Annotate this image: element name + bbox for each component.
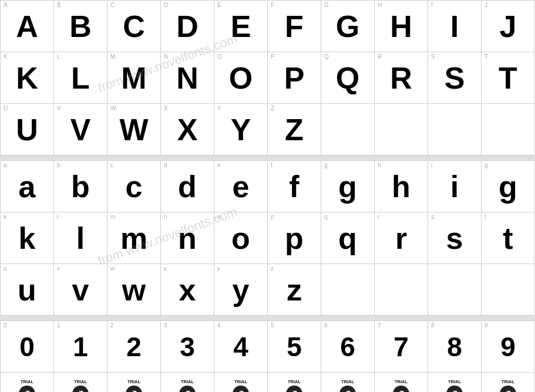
cell-label: K	[4, 54, 8, 60]
cell-character: s	[446, 223, 463, 254]
trial-cell: TRIALZONLYFULL VERSION ATZETAFONTS.COM	[321, 373, 375, 392]
cell-label: O	[217, 54, 222, 60]
cell-character: m	[120, 223, 147, 254]
cell-character: G	[336, 11, 359, 42]
trial-cell: TRIALZONLYFULL VERSION ATZETAFONTS.COM	[161, 373, 214, 392]
trial-cell: TRIALZONLYFULL VERSION ATZETAFONTS.COM	[54, 373, 107, 392]
cell-character: R	[390, 63, 412, 93]
uppercase-cell: PP	[268, 52, 321, 104]
cell-character: c	[126, 171, 143, 202]
cell-character: E	[231, 11, 251, 42]
cell-character: 2	[126, 333, 142, 360]
trial-badge-letter: Z	[238, 389, 243, 392]
trial-logo: TRIALZONLY	[72, 380, 89, 392]
uppercase-cell: TT	[482, 52, 535, 104]
cell-character: 6	[340, 333, 355, 360]
cell-label: 4	[217, 323, 221, 329]
cell-character: 4	[233, 333, 248, 360]
uppercase-grid: AABBCCDDEEFFGGHHIIJJKKLLMMNNOOPPQQRRSSTT…	[0, 0, 535, 156]
trial-label: TRIAL	[341, 380, 354, 384]
cell-label: F	[271, 2, 274, 8]
cell-label: q	[324, 214, 328, 220]
uppercase-cell: QQ	[321, 52, 375, 104]
trial-logo: TRIALZONLY	[393, 380, 409, 392]
trial-badge-letter: Z	[345, 389, 350, 392]
uppercase-cell: GG	[321, 1, 375, 52]
cell-label: 0	[4, 323, 7, 329]
uppercase-cell	[428, 104, 482, 156]
trial-logo: TRIALZONLY	[339, 380, 356, 392]
uppercase-cell: II	[428, 1, 482, 52]
cell-character: L	[71, 63, 90, 93]
cell-label: s	[431, 214, 434, 220]
lowercase-cell: kk	[1, 212, 54, 264]
cell-label: Y	[217, 106, 221, 111]
cell-label: g	[324, 163, 328, 168]
cell-label: e	[217, 163, 221, 168]
cell-label: p	[271, 214, 274, 220]
uppercase-cell: OO	[214, 52, 268, 104]
lowercase-cell: ll	[54, 212, 107, 264]
cell-label: i	[431, 163, 432, 168]
trial-badge-letter: Z	[506, 389, 510, 392]
lowercase-cell: mm	[107, 212, 161, 264]
uppercase-cell: BB	[54, 1, 107, 52]
lowercase-cell	[428, 264, 482, 316]
cell-character: u	[18, 275, 36, 305]
cell-character: p	[285, 223, 304, 254]
cell-label: c	[110, 163, 113, 168]
cell-label: G	[324, 2, 329, 8]
trial-label: TRIAL	[234, 380, 247, 384]
trial-logo: TRIALZONLY	[286, 380, 302, 392]
trial-cell: TRIALZONLYFULL VERSION ATZETAFONTS.COM	[268, 373, 321, 392]
lowercase-cell: cc	[107, 161, 161, 212]
cell-label: W	[110, 106, 116, 111]
number-cell: 22	[107, 321, 161, 373]
uppercase-cell: MM	[107, 52, 161, 104]
uppercase-cell: NN	[161, 52, 214, 104]
cell-character: Z	[285, 114, 304, 145]
cell-label: f	[271, 163, 272, 168]
cell-character: H	[390, 11, 412, 42]
cell-character: I	[450, 11, 459, 42]
trial-badge: Z	[19, 386, 35, 392]
cell-character: z	[287, 275, 302, 305]
cell-label: A	[4, 2, 8, 8]
lowercase-cell: tt	[482, 212, 535, 264]
cell-label: M	[110, 54, 115, 60]
cell-character: e	[233, 171, 250, 202]
cell-label: 8	[431, 323, 435, 329]
uppercase-cell: WW	[107, 104, 161, 156]
cell-character: w	[122, 275, 146, 305]
uppercase-cell: KK	[1, 52, 54, 104]
lowercase-cell: pp	[268, 212, 321, 264]
uppercase-cell: SS	[428, 52, 482, 104]
cell-character: b	[71, 171, 90, 202]
cell-character: U	[16, 114, 38, 145]
trial-badge: Z	[179, 386, 196, 392]
trial-label: TRIAL	[502, 380, 514, 384]
trial-logo: TRIALZONLY	[500, 380, 516, 392]
cell-character: g	[499, 171, 517, 202]
cell-character: M	[121, 63, 146, 93]
trial-badge-letter: Z	[292, 389, 297, 392]
cell-character: W	[119, 114, 148, 145]
cell-character: f	[289, 171, 299, 202]
lowercase-cell: rr	[375, 212, 428, 264]
cell-label: r	[378, 214, 379, 220]
number-cell: 77	[375, 321, 428, 373]
uppercase-cell	[321, 104, 375, 156]
uppercase-cell	[482, 104, 535, 156]
cell-label: g	[484, 163, 488, 168]
trial-logo: TRIALZONLY	[19, 380, 35, 392]
cell-label: D	[164, 2, 168, 8]
cell-label: u	[4, 266, 7, 272]
trial-logo: TRIALZONLY	[446, 380, 463, 392]
trial-cell: TRIALZONLYFULL VERSION ATZETAFONTS.COM	[375, 373, 428, 392]
cell-label: E	[217, 2, 221, 8]
lowercase-cell	[321, 264, 375, 316]
cell-label: v	[57, 266, 60, 272]
lowercase-cell	[482, 264, 535, 316]
lowercase-cell: gg	[482, 161, 535, 212]
cell-label: N	[164, 54, 168, 60]
